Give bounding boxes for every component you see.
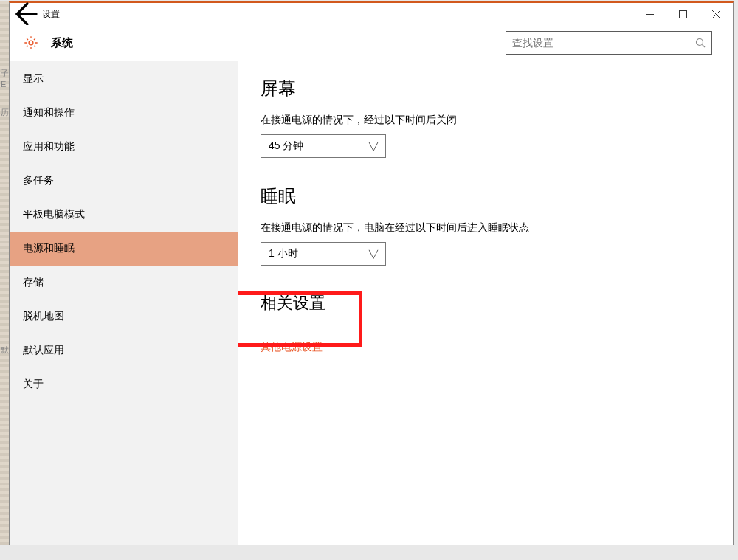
settings-window: 设置 系统 显示 通知和操作 应用和功能 多任务 平板电脑 [9,1,734,545]
close-icon [712,10,720,18]
main-panel: 屏幕 在接通电源的情况下，经过以下时间后关闭 45 分钟 ╲╱ 睡眠 在接通电源… [238,61,733,545]
sidebar-item-power-sleep[interactable]: 电源和睡眠 [10,232,238,266]
window-title: 设置 [39,8,60,21]
svg-point-1 [29,41,33,45]
section-title-screen: 屏幕 [261,77,711,100]
close-button[interactable] [700,3,733,25]
other-power-settings-link[interactable]: 其他电源设置 [261,341,323,354]
sidebar-item-notifications[interactable]: 通知和操作 [10,96,238,130]
svg-rect-0 [680,10,687,18]
back-button[interactable] [10,3,39,25]
sidebar-item-multitask[interactable]: 多任务 [10,164,238,198]
screen-timeout-select[interactable]: 45 分钟 ╲╱ [261,134,386,158]
sidebar-item-label: 平板电脑模式 [23,208,85,221]
sleep-desc: 在接通电源的情况下，电脑在经过以下时间后进入睡眠状态 [261,221,711,235]
sidebar-item-label: 多任务 [23,174,54,187]
search-box[interactable] [506,31,712,55]
minimize-icon [646,10,654,18]
sidebar: 显示 通知和操作 应用和功能 多任务 平板电脑模式 电源和睡眠 存储 脱机地图 … [10,61,238,545]
search-input[interactable] [512,37,695,49]
gear-icon [23,35,39,51]
sidebar-item-label: 存储 [23,276,44,289]
sidebar-item-label: 脱机地图 [23,310,64,323]
chevron-down-icon: ╲╱ [369,142,378,151]
sleep-timeout-select[interactable]: 1 小时 ╲╱ [261,242,386,266]
sidebar-item-label: 通知和操作 [23,106,75,120]
content-body: 显示 通知和操作 应用和功能 多任务 平板电脑模式 电源和睡眠 存储 脱机地图 … [10,61,733,545]
screen-desc: 在接通电源的情况下，经过以下时间后关闭 [261,114,711,127]
sidebar-item-label: 显示 [23,72,44,86]
sleep-timeout-value: 1 小时 [269,247,298,260]
svg-point-2 [697,39,703,46]
sidebar-item-label: 电源和睡眠 [23,242,75,255]
section-title-sleep: 睡眠 [261,184,711,208]
minimize-button[interactable] [633,3,666,25]
background-edge: 子 E 历 默 [0,1,9,545]
sidebar-item-apps[interactable]: 应用和功能 [10,130,238,164]
maximize-button[interactable] [666,3,700,25]
chevron-down-icon: ╲╱ [369,250,378,258]
titlebar: 设置 [10,3,733,25]
sidebar-item-label: 关于 [23,378,44,391]
sidebar-item-storage[interactable]: 存储 [10,266,238,300]
search-icon [695,38,706,48]
maximize-icon [679,10,687,18]
sidebar-item-offline-maps[interactable]: 脱机地图 [10,300,238,333]
sidebar-item-about[interactable]: 关于 [10,367,238,401]
page-title: 系统 [51,36,73,50]
sidebar-item-label: 应用和功能 [23,140,75,153]
sidebar-item-label: 默认应用 [23,344,64,357]
sidebar-item-display[interactable]: 显示 [10,62,238,96]
sidebar-item-tablet[interactable]: 平板电脑模式 [10,198,238,232]
screen-timeout-value: 45 分钟 [269,139,303,153]
section-title-related: 相关设置 [261,292,711,314]
paw-icon [610,474,639,501]
header: 系统 [10,25,733,61]
sidebar-item-default-apps[interactable]: 默认应用 [10,333,238,367]
